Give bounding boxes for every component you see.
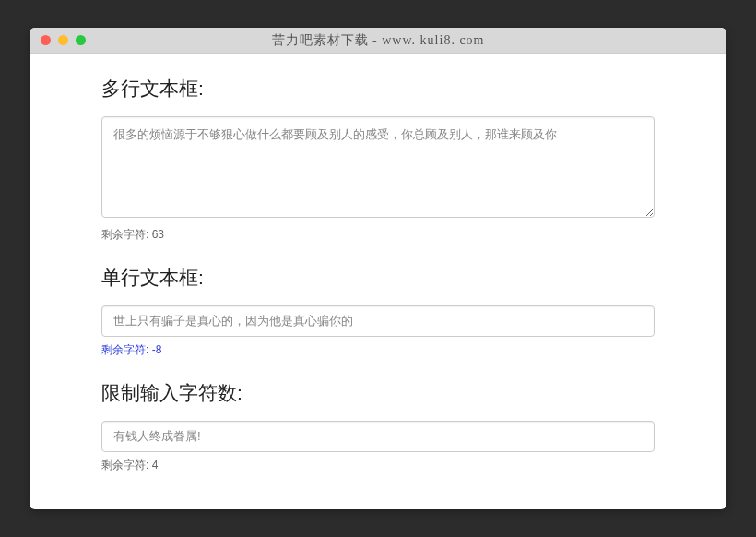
multiline-title: 多行文本框: [101, 76, 655, 101]
counter-value: -8 [152, 343, 162, 356]
window-title: 苦力吧素材下载 - www. kuli8. com [30, 32, 726, 49]
titlebar: 苦力吧素材下载 - www. kuli8. com [30, 28, 726, 54]
multiline-counter: 剩余字符: 63 [101, 227, 655, 243]
multiline-textarea[interactable]: 很多的烦恼源于不够狠心做什么都要顾及别人的感受，你总顾及别人，那谁来顾及你 [101, 116, 655, 218]
limited-counter: 剩余字符: 4 [101, 458, 655, 473]
multiline-section: 多行文本框: 很多的烦恼源于不够狠心做什么都要顾及别人的感受，你总顾及别人，那谁… [101, 76, 655, 243]
singleline-title: 单行文本框: [101, 265, 655, 291]
app-window: 苦力吧素材下载 - www. kuli8. com 多行文本框: 很多的烦恼源于… [30, 28, 726, 509]
singleline-counter: 剩余字符: -8 [101, 342, 655, 358]
content-area: 多行文本框: 很多的烦恼源于不够狠心做什么都要顾及别人的感受，你总顾及别人，那谁… [30, 54, 726, 509]
singleline-section: 单行文本框: 剩余字符: -8 [101, 265, 655, 358]
traffic-lights [30, 35, 86, 45]
counter-value: 63 [152, 228, 164, 241]
close-icon[interactable] [41, 35, 51, 45]
counter-label: 剩余字符: [101, 343, 152, 356]
counter-value: 4 [152, 459, 159, 471]
counter-label: 剩余字符: [101, 228, 152, 241]
counter-label: 剩余字符: [101, 459, 152, 471]
limited-input[interactable] [101, 421, 655, 452]
limited-title: 限制输入字符数: [101, 380, 655, 406]
minimize-icon[interactable] [58, 35, 68, 45]
limited-section: 限制输入字符数: 剩余字符: 4 [101, 380, 655, 473]
maximize-icon[interactable] [76, 35, 86, 45]
singleline-input[interactable] [101, 305, 655, 337]
